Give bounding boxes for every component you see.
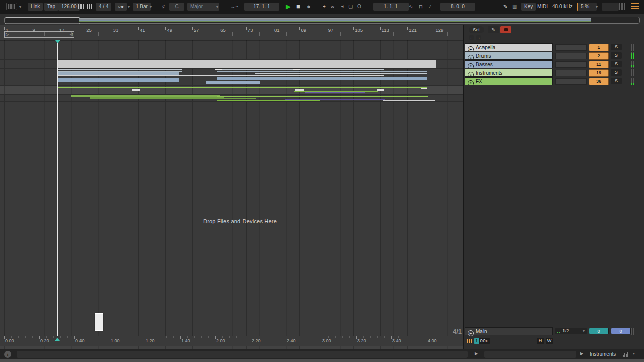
clip[interactable]: [383, 100, 435, 101]
arrangement-position-field[interactable]: 17. 1. 1: [244, 3, 279, 11]
meter-caret-icon[interactable]: ▾: [633, 351, 635, 356]
clip[interactable]: [71, 95, 220, 97]
track-io-field[interactable]: [555, 70, 587, 76]
track-count-badge[interactable]: 1: [589, 44, 609, 51]
group-track-icon[interactable]: ≡: [468, 72, 474, 77]
main-value-a-badge[interactable]: 0: [589, 328, 609, 334]
metronome-b-icon[interactable]: [87, 3, 92, 11]
metronome-icon[interactable]: [78, 3, 84, 11]
clip[interactable]: [58, 60, 436, 68]
fade-icon[interactable]: ∿: [409, 3, 413, 11]
track-io-field[interactable]: [555, 61, 587, 68]
arrangement-overview[interactable]: [4, 17, 640, 24]
key-map-button[interactable]: Key: [521, 3, 536, 11]
set-marker-button[interactable]: Set: [469, 26, 484, 33]
clip[interactable]: [58, 72, 179, 75]
overview-viewport-box[interactable]: [5, 17, 80, 24]
track-name-cell[interactable]: ≡Basses: [465, 60, 553, 68]
session-link-icon[interactable]: ∞: [331, 3, 334, 11]
solo-button[interactable]: S: [611, 61, 622, 67]
back-to-arrangement-icon[interactable]: ◄: [340, 3, 344, 11]
forward-arrow-button[interactable]: →: [476, 35, 481, 40]
track-row-basses[interactable]: ≡Basses11S: [464, 60, 644, 69]
clip[interactable]: [255, 73, 427, 74]
clip[interactable]: [90, 97, 224, 99]
device-play-icon[interactable]: ▶: [580, 351, 583, 356]
overdub-plus-button[interactable]: +: [323, 3, 326, 11]
midi-keyboard-zoom-icon[interactable]: [466, 338, 473, 344]
track-play-icon[interactable]: ▶: [468, 46, 474, 51]
track-io-field[interactable]: [555, 53, 587, 59]
clip[interactable]: [58, 75, 384, 76]
scale-caret-icon[interactable]: ▾: [216, 3, 218, 11]
track-row-acapella[interactable]: ▶Acapella1S: [464, 43, 644, 52]
track-name-cell[interactable]: ▶Acapella: [465, 43, 553, 51]
status-play-icon[interactable]: ▶: [475, 351, 478, 356]
stop-button[interactable]: ■: [296, 3, 300, 11]
quantize-selector[interactable]: 1 Bar: [133, 3, 151, 11]
groove-caret-icon[interactable]: ▾: [128, 3, 130, 11]
clip[interactable]: [58, 87, 427, 88]
track-count-badge[interactable]: 36: [589, 78, 609, 85]
root-note-selector[interactable]: C: [169, 3, 184, 11]
height-button[interactable]: H: [537, 338, 544, 344]
midi-map-button[interactable]: MIDI: [537, 3, 548, 11]
scale-selector[interactable]: Major: [187, 3, 219, 11]
zoom-level-badge[interactable]: 1.00x: [474, 338, 490, 344]
playhead-marker-bottom-icon[interactable]: [55, 338, 60, 341]
width-button[interactable]: W: [546, 338, 553, 344]
back-arrow-button[interactable]: ←: [469, 35, 474, 40]
control-surface-icon[interactable]: [6, 3, 17, 10]
solo-button[interactable]: S: [611, 44, 622, 50]
dragged-clip-ghost[interactable]: [95, 313, 103, 331]
device-chain-label[interactable]: Instruments: [590, 351, 616, 357]
clip[interactable]: [58, 69, 182, 70]
clip[interactable]: [217, 77, 427, 80]
group-track-icon[interactable]: ≡: [468, 80, 474, 85]
clip[interactable]: [206, 81, 260, 84]
tap-tempo-button[interactable]: Tap: [44, 3, 58, 11]
track-row-instruments[interactable]: ≡Instruments19S: [464, 69, 644, 77]
clip[interactable]: [294, 90, 378, 92]
group-track-icon[interactable]: ≡: [468, 63, 474, 68]
clip[interactable]: [215, 69, 222, 70]
info-icon[interactable]: i: [4, 351, 11, 358]
track-io-field[interactable]: [555, 44, 587, 51]
track-name-cell[interactable]: ≡Instruments: [465, 69, 553, 77]
automation-lock-button[interactable]: [500, 26, 511, 33]
ramp-icon[interactable]: ∕: [430, 3, 431, 11]
circle-tool-icon[interactable]: O: [357, 3, 361, 11]
clip[interactable]: [217, 96, 428, 97]
cpu-caret-icon[interactable]: ▾: [596, 3, 598, 11]
track-count-badge[interactable]: 11: [589, 61, 609, 68]
clip[interactable]: [132, 89, 140, 90]
clip[interactable]: [217, 100, 320, 101]
follow-button[interactable]: →··: [230, 3, 239, 11]
main-track-row[interactable]: 4/1 ▶Main 1/2 ▾ 0 0: [464, 327, 644, 336]
main-value-b-badge[interactable]: 0: [611, 328, 631, 334]
clip[interactable]: [216, 98, 256, 99]
loop-start-field[interactable]: 1. 1. 1: [373, 3, 409, 11]
tempo-field[interactable]: 126.00: [58, 3, 80, 11]
group-track-icon[interactable]: ≡: [468, 55, 474, 60]
status-field-right[interactable]: [484, 351, 576, 358]
solo-button[interactable]: S: [611, 52, 622, 59]
time-signature-field[interactable]: 4 / 4: [96, 3, 111, 11]
track-name-cell[interactable]: ≡Drums: [465, 52, 553, 60]
control-surface-caret-icon[interactable]: ▾: [19, 3, 21, 11]
track-name-cell[interactable]: ≡FX: [465, 77, 553, 85]
solo-button[interactable]: S: [611, 78, 622, 84]
automation-pencil-button[interactable]: ✎: [488, 26, 499, 33]
clip[interactable]: [58, 78, 179, 82]
cpu-load-field[interactable]: 5 %: [577, 3, 597, 11]
record-button[interactable]: ●: [307, 3, 311, 11]
draw-mode-icon[interactable]: ▢: [348, 3, 353, 11]
clip[interactable]: [293, 69, 300, 70]
playhead-marker-top-icon[interactable]: [55, 40, 60, 43]
draw-pencil-icon[interactable]: ✎: [503, 3, 507, 11]
clip[interactable]: [217, 71, 427, 72]
arrangement-view[interactable]: ▷ ◁ 191725334149576573818997105113121129…: [0, 25, 463, 349]
groove-selector[interactable]: ○●: [115, 3, 127, 11]
link-button[interactable]: Link: [28, 3, 43, 11]
time-ruler[interactable]: 0:000:200:401:001:201:402:002:202:403:00…: [0, 336, 463, 346]
